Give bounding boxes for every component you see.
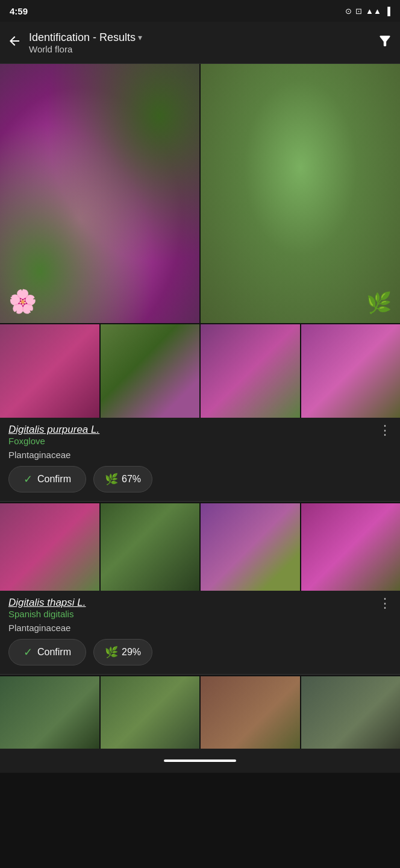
result2-species-name[interactable]: Digitalis thapsi L. (8, 597, 86, 609)
result2-leaf-icon: 🌿 (105, 646, 118, 659)
header-subtitle: World flora (29, 44, 377, 54)
result1-percentage-badge: 🌿 67% (93, 466, 152, 492)
leaf-icon-right: 🌿 (366, 291, 392, 315)
result3-photo-4[interactable] (301, 676, 401, 749)
result2-photo-4[interactable] (301, 503, 401, 591)
result1-leaf-icon: 🌿 (105, 473, 118, 486)
result2-more-button[interactable]: ⋮ (378, 597, 392, 610)
result1-species-name[interactable]: Digitalis purpurea L. (8, 424, 99, 436)
result3-photo-grid (0, 676, 400, 749)
status-bar: 4:59 ⊙ ⊡ ▲▲ ▐ (0, 0, 400, 22)
bottom-nav (0, 749, 400, 773)
result2-photo-2[interactable] (101, 503, 200, 591)
hero-image-right: 🌿 (201, 64, 400, 323)
hero-images: 🌸 🌿 (0, 64, 400, 323)
result2-photo-1[interactable] (0, 503, 99, 591)
result1-family: Plantaginaceae (8, 450, 70, 460)
result1-photo-4[interactable] (301, 324, 401, 418)
result1-meta: Plantaginaceae (8, 450, 392, 460)
result1-confirm-label: Confirm (37, 474, 71, 485)
result2-confirm-button[interactable]: ✓ Confirm (8, 639, 86, 665)
result1-action-row: ✓ Confirm 🌿 67% (8, 466, 392, 492)
result2-percentage-badge: 🌿 29% (93, 639, 152, 665)
result1-photo-grid (0, 324, 400, 418)
result3-photo-1[interactable] (0, 676, 99, 749)
sync-icon: ⊡ (355, 7, 362, 16)
result2-percentage: 29% (122, 647, 141, 658)
back-button[interactable] (7, 34, 22, 52)
header-text-block: Identification - Results ▾ World flora (29, 31, 377, 54)
result1-common-name: Foxglove (8, 436, 99, 446)
result2-meta: Plantaginaceae (8, 623, 392, 633)
result2-name-block: Digitalis thapsi L. Spanish digitalis (8, 597, 86, 619)
location-icon: ⊙ (345, 7, 352, 16)
battery-icon: ▐ (385, 7, 390, 16)
home-indicator (164, 760, 236, 762)
flower-icon-left: 🌸 (8, 288, 37, 315)
result2-photo-3[interactable] (201, 503, 300, 591)
result1-confirm-button[interactable]: ✓ Confirm (8, 466, 86, 492)
header-title: Identification - Results (29, 31, 136, 44)
result1-photo-3[interactable] (201, 324, 300, 418)
filter-button[interactable] (377, 33, 393, 52)
wifi-icon: ▲▲ (366, 7, 381, 16)
status-time: 4:59 (10, 6, 28, 16)
result2-common-name: Spanish digitalis (8, 609, 86, 619)
result1-photo-1[interactable] (0, 324, 99, 418)
result2-check-icon: ✓ (23, 646, 33, 659)
status-icons: ⊙ ⊡ ▲▲ ▐ (345, 7, 390, 16)
dropdown-icon[interactable]: ▾ (138, 33, 142, 42)
result2-photo-grid (0, 503, 400, 591)
result2-header: Digitalis thapsi L. Spanish digitalis ⋮ (8, 597, 392, 619)
app-header: Identification - Results ▾ World flora (0, 22, 400, 64)
result1-name-block: Digitalis purpurea L. Foxglove (8, 424, 99, 446)
result1-percentage: 67% (122, 474, 141, 485)
result2-card: Digitalis thapsi L. Spanish digitalis ⋮ … (0, 591, 400, 675)
result1-more-button[interactable]: ⋮ (378, 424, 392, 437)
result1-check-icon: ✓ (23, 473, 33, 486)
result2-confirm-label: Confirm (37, 647, 71, 658)
result1-photo-2[interactable] (101, 324, 200, 418)
result1-header: Digitalis purpurea L. Foxglove ⋮ (8, 424, 392, 446)
result2-family: Plantaginaceae (8, 623, 70, 633)
result2-action-row: ✓ Confirm 🌿 29% (8, 639, 392, 665)
result1-card: Digitalis purpurea L. Foxglove ⋮ Plantag… (0, 418, 400, 502)
result3-photo-2[interactable] (101, 676, 200, 749)
result3-photo-3[interactable] (201, 676, 300, 749)
hero-image-left: 🌸 (0, 64, 199, 323)
